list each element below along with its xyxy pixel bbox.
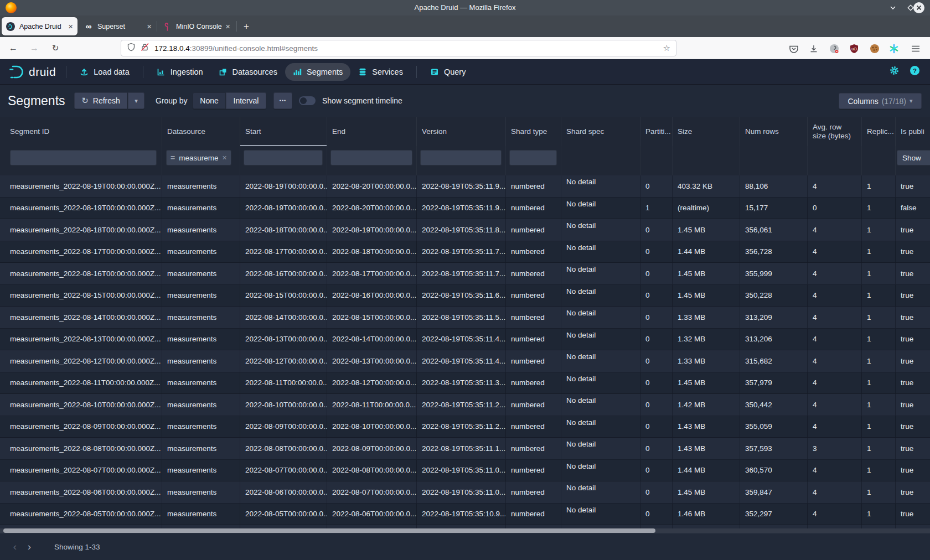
tracking-shield-icon[interactable]: [127, 43, 136, 54]
table-row[interactable]: measurements_2022-08-17T00:00:00.000Z...…: [0, 241, 930, 263]
column-header-size[interactable]: Size: [673, 117, 740, 146]
table-row[interactable]: measurements_2022-08-15T00:00:00.000Z...…: [0, 285, 930, 307]
table-row[interactable]: measurements_2022-08-18T00:00:00.000Z...…: [0, 219, 930, 241]
ublock-icon[interactable]: uO: [849, 43, 860, 54]
table-row[interactable]: measurements_2022-08-05T00:00:00.000Z...…: [0, 504, 930, 526]
refresh-dropdown-button[interactable]: ▾: [128, 92, 144, 109]
table-row[interactable]: measurements_2022-08-12T00:00:00.000Z...…: [0, 350, 930, 372]
asterisk-extension-icon[interactable]: [888, 43, 900, 54]
downloads-icon[interactable]: [808, 43, 819, 54]
more-options-button[interactable]: •••: [273, 92, 292, 109]
nav-item-label: Segments: [307, 68, 343, 76]
table-row[interactable]: measurements_2022-08-06T00:00:00.000Z...…: [0, 481, 930, 504]
table-row[interactable]: measurements_2022-08-13T00:00:00.000Z...…: [0, 329, 930, 351]
cell-end: 2022-08-12T00:00:00.0...: [327, 372, 417, 394]
tab-minio-console[interactable]: MinIO Console ×: [158, 17, 235, 35]
show-filter-button[interactable]: Show: [897, 150, 930, 165]
column-header-end[interactable]: End: [327, 117, 417, 146]
filter-input-shard-type[interactable]: [509, 150, 557, 165]
settings-gear-icon[interactable]: [889, 65, 900, 78]
window-close-icon[interactable]: [913, 2, 925, 14]
bookmark-star-icon[interactable]: ☆: [663, 43, 670, 53]
reload-button[interactable]: ↻: [49, 42, 62, 54]
next-page-button[interactable]: ›: [22, 540, 37, 554]
column-header-datasource[interactable]: Datasource: [162, 117, 240, 146]
column-header-is-published[interactable]: Is publi: [896, 117, 930, 146]
tab-close-icon[interactable]: ×: [68, 22, 73, 30]
table-row[interactable]: measurements_2022-08-19T00:00:00.000Z...…: [0, 175, 930, 198]
column-header-num-rows[interactable]: Num rows: [740, 117, 808, 146]
nav-item-load-data[interactable]: Load data: [72, 63, 137, 81]
cell-replication: 1: [862, 438, 896, 459]
upload-icon: [80, 68, 89, 76]
cookie-icon[interactable]: [869, 43, 880, 54]
forward-button[interactable]: →: [28, 42, 41, 54]
help-icon[interactable]: ?: [910, 65, 920, 78]
group-by-none-button[interactable]: None: [193, 92, 226, 109]
filter-input-start[interactable]: [244, 150, 323, 165]
segment-timeline-toggle[interactable]: [299, 96, 316, 105]
table-row[interactable]: measurements_2022-08-19T00:00:00.000Z...…: [0, 198, 930, 220]
column-header-partition[interactable]: Partiti...: [640, 117, 673, 146]
scrollbar-thumb[interactable]: [3, 528, 655, 533]
filter-input-version[interactable]: [420, 150, 502, 165]
table-row[interactable]: measurements_2022-08-16T00:00:00.000Z...…: [0, 263, 930, 285]
cell-segment-id: measurements_2022-08-08T00:00:00.000Z...: [0, 438, 162, 459]
menu-hamburger-icon[interactable]: [910, 43, 921, 54]
table-header-row: Segment IDDatasourceStartEndVersionShard…: [0, 117, 930, 146]
nav-item-services[interactable]: Services: [350, 63, 411, 81]
horizontal-scrollbar[interactable]: [0, 528, 930, 533]
column-header-shard-spec[interactable]: Shard spec: [561, 117, 640, 146]
cell-is-published: true: [896, 219, 930, 241]
tab-separator: [157, 21, 157, 32]
nav-item-datasources[interactable]: Datasources: [211, 63, 285, 81]
columns-label: Columns: [848, 97, 878, 106]
remove-filter-icon[interactable]: ×: [222, 153, 226, 162]
table-row[interactable]: measurements_2022-08-11T00:00:00.000Z...…: [0, 372, 930, 395]
refresh-button[interactable]: ↻ Refresh: [74, 92, 127, 109]
new-tab-button[interactable]: +: [239, 19, 254, 34]
pocket-icon[interactable]: [788, 43, 799, 54]
filter-cell-size: [673, 146, 740, 175]
nav-item-query[interactable]: Query: [422, 63, 474, 81]
cell-size: 1.42 MB: [673, 394, 740, 416]
extension-icon[interactable]: [829, 43, 840, 54]
column-header-avg-row-size[interactable]: Avg. row size (bytes): [808, 117, 862, 146]
column-header-shard-type[interactable]: Shard type: [506, 117, 561, 146]
column-header-version[interactable]: Version: [417, 117, 506, 146]
connection-lock-icon[interactable]: [140, 43, 150, 54]
back-button[interactable]: ←: [7, 42, 20, 54]
cell-size: 1.32 MB: [673, 329, 740, 350]
cell-partition: 0: [640, 504, 673, 525]
browser-tab-bar: Apache Druid × ∞ Superset × MinIO Consol…: [0, 15, 930, 37]
columns-button[interactable]: Columns (17/18) ▾: [839, 93, 922, 109]
nav-item-ingestion[interactable]: Ingestion: [149, 63, 211, 81]
tab-superset[interactable]: ∞ Superset ×: [80, 17, 156, 35]
table-row[interactable]: measurements_2022-08-09T00:00:00.000Z...…: [0, 416, 930, 438]
druid-logo[interactable]: druid: [8, 64, 56, 80]
window-minimize-icon[interactable]: [887, 2, 899, 14]
filter-input-segment-id[interactable]: [10, 150, 157, 165]
table-row[interactable]: measurements_2022-08-07T00:00:00.000Z...…: [0, 460, 930, 482]
tab-apache-druid[interactable]: Apache Druid ×: [2, 17, 78, 35]
cell-is-published: true: [896, 329, 930, 350]
datasource-filter-chip[interactable]: =measureme×: [166, 150, 231, 165]
group-by-interval-button[interactable]: Interval: [226, 92, 266, 109]
cell-version: 2022-08-19T05:35:11.7...: [417, 263, 506, 284]
tab-close-icon[interactable]: ×: [147, 22, 152, 30]
column-header-replication[interactable]: Replic...: [862, 117, 896, 146]
previous-page-button[interactable]: ‹: [8, 540, 22, 554]
cell-datasource: measurements: [162, 263, 240, 284]
table-row[interactable]: measurements_2022-08-08T00:00:00.000Z...…: [0, 438, 930, 460]
nav-item-segments[interactable]: Segments: [285, 63, 350, 81]
table-row[interactable]: measurements_2022-08-14T00:00:00.000Z...…: [0, 307, 930, 329]
tab-close-icon[interactable]: ×: [225, 22, 230, 30]
table-row[interactable]: measurements_2022-08-10T00:00:00.000Z...…: [0, 394, 930, 416]
url-bar[interactable]: 172.18.0.4:30899/unified-console.html#se…: [121, 40, 676, 56]
cell-replication: 1: [862, 394, 896, 416]
cell-num-rows: 355,999: [740, 263, 808, 284]
nav-divider: [416, 66, 417, 78]
filter-input-end[interactable]: [330, 150, 412, 165]
column-header-segment-id[interactable]: Segment ID: [0, 117, 162, 146]
column-header-start[interactable]: Start: [240, 117, 327, 146]
